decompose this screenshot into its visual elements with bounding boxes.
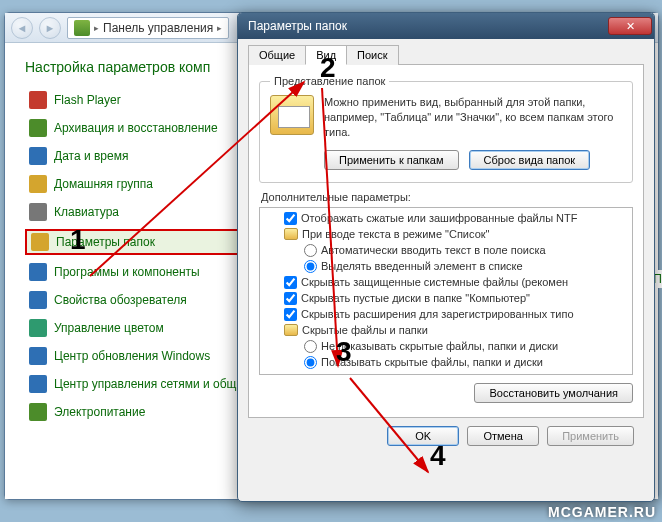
tree-row[interactable]: Отображать сжатые или зашифрованные файл… [264, 211, 628, 227]
chevron-right-icon: ▸ [217, 23, 222, 33]
folder-view-group: Представление папок Можно применить вид,… [259, 75, 633, 183]
item-label: Управление цветом [54, 321, 164, 335]
watermark: MCGAMER.RU [548, 504, 656, 520]
restore-defaults-button[interactable]: Восстановить умолчания [474, 383, 633, 403]
tab-bar: Общие Вид Поиск [248, 44, 644, 65]
folder-icon [284, 324, 298, 336]
item-label: Дата и время [54, 149, 128, 163]
tree-row[interactable]: Автоматически вводить текст в поле поиск… [264, 243, 628, 259]
item-icon [29, 263, 47, 281]
checkbox-input[interactable] [284, 276, 297, 289]
item-icon [29, 347, 47, 365]
folder-view-description: Можно применить вид, выбранный для этой … [324, 95, 622, 140]
tree-row-label: Выделять введенный элемент в списке [321, 260, 523, 272]
tree-row-label: Скрывать расширения для зарегистрированн… [301, 308, 574, 320]
apply-button[interactable]: Применить [547, 426, 634, 446]
tab-search[interactable]: Поиск [346, 45, 398, 65]
apply-to-folders-button[interactable]: Применить к папкам [324, 150, 459, 170]
radio-input[interactable] [304, 340, 317, 353]
item-label: Архивация и восстановление [54, 121, 218, 135]
tree-row-label: Скрытые файлы и папки [302, 324, 428, 336]
radio-input[interactable] [304, 356, 317, 369]
tree-row[interactable]: При вводе текста в режиме "Список" [264, 227, 628, 243]
radio-input[interactable] [304, 260, 317, 273]
tree-row[interactable]: Скрывать расширения для зарегистрированн… [264, 307, 628, 323]
tree-row-label: Автоматически вводить текст в поле поиск… [321, 244, 546, 256]
advanced-settings-scroll[interactable]: Отображать сжатые или зашифрованные файл… [260, 208, 632, 374]
folder-view-legend: Представление папок [270, 75, 389, 87]
tree-row-label: Показывать скрытые файлы, папки и диски [321, 356, 543, 368]
tree-row-label: Отображать сжатые или зашифрованные файл… [301, 212, 577, 224]
item-label: Flash Player [54, 93, 121, 107]
tree-row-label: При вводе текста в режиме "Список" [302, 228, 489, 240]
tree-row[interactable]: Не показывать скрытые файлы, папки и дис… [264, 339, 628, 355]
close-button[interactable]: ✕ [608, 17, 652, 35]
advanced-settings-label: Дополнительные параметры: [261, 191, 631, 203]
reset-folders-button[interactable]: Сброс вида папок [469, 150, 591, 170]
radio-input[interactable] [304, 244, 317, 257]
dialog-title: Параметры папок [248, 19, 347, 33]
nav-back-button[interactable]: ◄ [11, 17, 33, 39]
checkbox-input[interactable] [284, 212, 297, 225]
folder-options-dialog: Параметры папок ✕ Общие Вид Поиск Предст… [237, 12, 655, 502]
tab-view[interactable]: Вид [305, 45, 347, 65]
chevron-right-icon: ▸ [94, 23, 99, 33]
dialog-titlebar[interactable]: Параметры папок ✕ [238, 13, 654, 39]
item-label: Электропитание [54, 405, 145, 419]
item-label: Параметры папок [56, 235, 155, 249]
item-label: Центр управления сетями и общи [54, 377, 243, 391]
item-icon [29, 91, 47, 109]
dialog-button-row: OK Отмена Применить [248, 418, 644, 446]
tree-row-label: Скрывать пустые диски в папке "Компьютер… [301, 292, 530, 304]
tree-row[interactable]: Скрытые файлы и папки [264, 323, 628, 339]
tree-row[interactable]: Показывать скрытые файлы, папки и диски [264, 355, 628, 371]
item-icon [29, 375, 47, 393]
item-label: Программы и компоненты [54, 265, 200, 279]
ok-button[interactable]: OK [387, 426, 459, 446]
tab-general[interactable]: Общие [248, 45, 306, 65]
item-icon [29, 403, 47, 421]
item-label: Центр обновления Windows [54, 349, 210, 363]
control-panel-icon [74, 20, 90, 36]
tree-row-label: Скрывать защищенные системные файлы (рек… [301, 276, 568, 288]
address-bar[interactable]: ▸ Панель управления ▸ [67, 17, 229, 39]
checkbox-input[interactable] [284, 292, 297, 305]
item-icon [29, 203, 47, 221]
cancel-button[interactable]: Отмена [467, 426, 539, 446]
item-icon [29, 319, 47, 337]
folder-icon [284, 228, 298, 240]
item-label: Домашняя группа [54, 177, 153, 191]
item-icon [31, 233, 49, 251]
advanced-settings-tree: Отображать сжатые или зашифрованные файл… [260, 208, 632, 374]
tree-row-label: Не показывать скрытые файлы, папки и дис… [321, 340, 558, 352]
nav-forward-button[interactable]: ► [39, 17, 61, 39]
tab-content: Представление папок Можно применить вид,… [248, 65, 644, 418]
address-text: Панель управления [103, 21, 213, 35]
folder-view-icon [270, 95, 314, 135]
item-label: Клавиатура [54, 205, 119, 219]
tree-row[interactable]: Выделять введенный элемент в списке [264, 259, 628, 275]
advanced-settings-box: Отображать сжатые или зашифрованные файл… [259, 207, 633, 375]
tree-row[interactable]: Скрывать пустые диски в папке "Компьютер… [264, 291, 628, 307]
item-icon [29, 147, 47, 165]
item-icon [29, 119, 47, 137]
dialog-body: Общие Вид Поиск Представление папок Можн… [238, 39, 654, 456]
item-label: Свойства обозревателя [54, 293, 187, 307]
item-icon [29, 175, 47, 193]
item-icon [29, 291, 47, 309]
tree-row[interactable]: Скрывать защищенные системные файлы (рек… [264, 275, 628, 291]
checkbox-input[interactable] [284, 308, 297, 321]
